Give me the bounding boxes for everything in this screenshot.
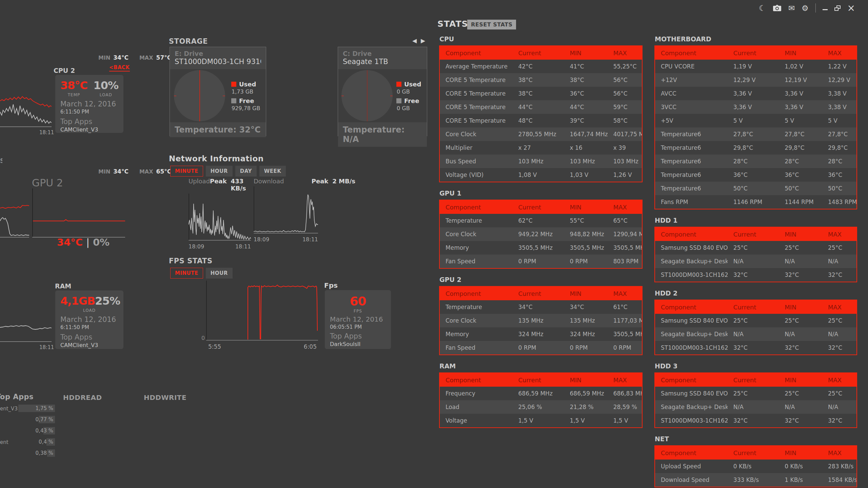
table-cell: 2780,55 MHz bbox=[513, 131, 564, 138]
min-value: 34°C bbox=[113, 168, 129, 175]
stats-section-ram: RAMComponentCurrentMINMAXFrequency686,59… bbox=[439, 362, 643, 428]
stats-section-title: HDD 1 bbox=[655, 217, 857, 224]
free-value: 929,78 GB bbox=[232, 105, 260, 111]
table-cell: 3505,5 MHz bbox=[608, 244, 642, 251]
table-cell: 25°C bbox=[822, 317, 856, 324]
fps-tab-minute[interactable]: MINUTE bbox=[170, 268, 203, 279]
table-cell: Bus Speed bbox=[440, 158, 513, 165]
table-cell: 1 KB/s bbox=[779, 476, 822, 483]
table-cell: 59°C bbox=[608, 104, 642, 110]
column-header: Component bbox=[440, 290, 513, 297]
column-header: MIN bbox=[779, 49, 822, 57]
column-header: Component bbox=[655, 231, 728, 238]
table-cell: N/A bbox=[728, 331, 779, 338]
drive-usage-pie-chart bbox=[341, 70, 393, 121]
table-cell: Fan Speed bbox=[440, 258, 513, 265]
network-heading: Network Information bbox=[169, 154, 264, 163]
table-cell: Upload Speed bbox=[655, 463, 728, 470]
table-header-row: ComponentCurrentMINMAX bbox=[440, 200, 642, 214]
table-cell: 686,59 MHz bbox=[513, 390, 564, 397]
table-row: Samsung SSD 840 EVO25°C25°C25°C bbox=[655, 241, 856, 255]
table-cell: 56°C bbox=[608, 77, 642, 83]
table-cell: Memory bbox=[440, 244, 513, 251]
table-row: ST1000DM003-1CH16232°C32°C32°C bbox=[655, 414, 856, 427]
feedback-mail-icon[interactable]: ✉ bbox=[788, 4, 795, 13]
table-cell: 44°C bbox=[564, 104, 608, 110]
restore-window-button[interactable] bbox=[834, 5, 841, 11]
download-peak-label: Peak bbox=[312, 178, 329, 185]
table-cell: N/A bbox=[779, 331, 822, 338]
table-row: ST1000DM003-1CH16232°C32°C32°C bbox=[655, 268, 856, 282]
column-header: MAX bbox=[822, 449, 856, 456]
table-cell: 32°C bbox=[728, 271, 779, 278]
network-tab-hour[interactable]: HOUR bbox=[206, 166, 233, 177]
table-cell: 38°C bbox=[513, 90, 564, 97]
table-row: Core Clock135 MHz135 MHz1177,03 MHz bbox=[440, 314, 642, 327]
column-header: MAX bbox=[822, 377, 856, 384]
settings-gear-icon[interactable]: ⚙ bbox=[802, 4, 809, 13]
download-axis-start: 18:09 bbox=[254, 236, 269, 243]
table-cell: ST1000DM003-1CH162 bbox=[655, 344, 728, 351]
column-header: MIN bbox=[779, 231, 822, 238]
top-app-bar-track: 0,38 % bbox=[0, 449, 55, 457]
table-cell: 32°C bbox=[779, 344, 822, 351]
table-cell: 50°C bbox=[822, 185, 856, 192]
table-cell: 1483 RPM bbox=[822, 199, 856, 205]
stats-table: ComponentCurrentMINMAXFrequency686,59 MH… bbox=[439, 372, 643, 428]
screenshot-camera-icon[interactable] bbox=[773, 4, 782, 12]
max-label: MAX bbox=[139, 55, 153, 61]
table-row: Voltage1,5 V1,5 V1,5 V bbox=[440, 414, 642, 427]
stats-section-cpu: CPUComponentCurrentMINMAXAverage Tempera… bbox=[439, 35, 643, 182]
table-header-row: ComponentCurrentMINMAX bbox=[440, 373, 642, 387]
network-tab-week[interactable]: WEEK bbox=[259, 166, 286, 177]
download-peak-value: 2 MB/s bbox=[332, 178, 355, 185]
fps-tab-hour[interactable]: HOUR bbox=[206, 268, 233, 279]
table-cell: 32°C bbox=[779, 271, 822, 278]
table-cell: Core Clock bbox=[440, 317, 513, 324]
stats-column-1: CPUComponentCurrentMINMAXAverage Tempera… bbox=[439, 35, 643, 435]
night-mode-moon-icon[interactable]: ☾ bbox=[759, 4, 766, 13]
network-tab-day[interactable]: DAY bbox=[235, 166, 257, 177]
drive-temperature: Temperature: 32°C bbox=[170, 122, 266, 137]
min-value: 34°C bbox=[113, 54, 129, 61]
column-header: Current bbox=[728, 449, 779, 456]
stats-table: ComponentCurrentMINMAXTemperature62°C55°… bbox=[439, 200, 643, 269]
fps-value: 60 bbox=[330, 294, 386, 308]
column-header: MIN bbox=[779, 304, 822, 311]
table-cell: +12V bbox=[655, 77, 728, 83]
table-cell: Temperature bbox=[440, 304, 513, 310]
cpu2-time: 6:11:50 PM bbox=[60, 109, 118, 115]
table-row: Temperature629,8°C29,8°C29,8°C bbox=[655, 141, 856, 155]
back-link[interactable]: <BACK bbox=[109, 64, 130, 72]
table-cell: 12,19 V bbox=[779, 77, 822, 83]
table-cell: CORE 5 Temperature bbox=[440, 117, 513, 124]
fps-line-chart bbox=[206, 281, 318, 342]
table-cell: Core Clock bbox=[440, 131, 513, 138]
minimize-button[interactable] bbox=[823, 9, 828, 10]
free-swatch bbox=[231, 98, 236, 103]
table-row: 3VCC3,36 V3,36 V3,38 V bbox=[655, 100, 856, 114]
free-swatch bbox=[396, 98, 401, 103]
table-cell: 56°C bbox=[608, 90, 642, 97]
table-row: Voltage (VID)1,08 V1,03 V1,26 V bbox=[440, 168, 642, 182]
table-cell: 28,59 % bbox=[608, 404, 642, 410]
close-button[interactable]: × bbox=[847, 4, 855, 12]
reset-stats-button[interactable]: RESET STATS bbox=[467, 20, 516, 29]
table-cell: 1,26 V bbox=[608, 171, 642, 178]
table-header-row: ComponentCurrentMINMAX bbox=[440, 287, 642, 300]
storage-next-arrow-icon[interactable]: ▶ bbox=[421, 37, 425, 44]
table-cell: Temperature6 bbox=[655, 185, 728, 192]
table-cell: 0 RPM bbox=[564, 258, 608, 265]
stats-section-title: CPU bbox=[439, 35, 643, 43]
network-tab-minute[interactable]: MINUTE bbox=[170, 166, 203, 177]
table-cell: 36°C bbox=[822, 171, 856, 178]
drive-letter: E: Drive bbox=[175, 50, 261, 57]
gpu2-current-value: 34°C | 0% bbox=[57, 237, 110, 248]
cpu2-date: March 12, 2016 bbox=[60, 100, 118, 108]
table-cell: 1290,94 MHz bbox=[608, 231, 642, 238]
table-cell: 135 MHz bbox=[513, 317, 564, 324]
table-cell: 32°C bbox=[779, 417, 822, 424]
table-cell: 25°C bbox=[822, 244, 856, 251]
table-cell: 32°C bbox=[822, 344, 856, 351]
storage-prev-arrow-icon[interactable]: ◀ bbox=[412, 37, 417, 44]
